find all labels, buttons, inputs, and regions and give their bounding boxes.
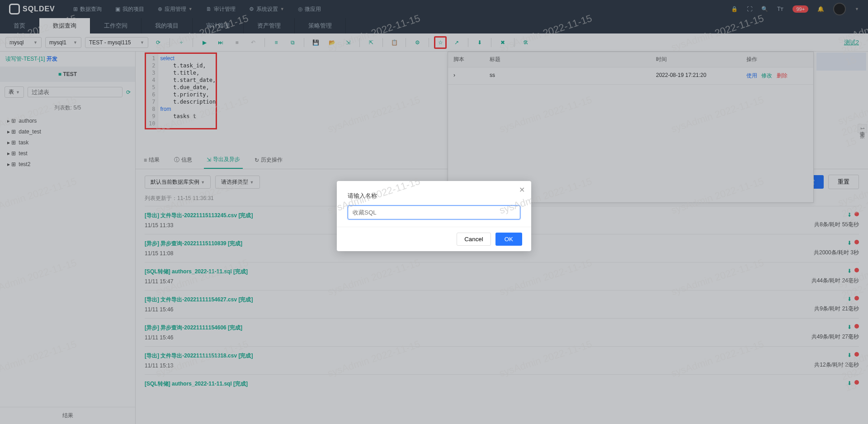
- save-favorite-modal: ✕ 请输入名称 Cancel OK: [337, 181, 531, 251]
- modal-label: 请输入名称: [348, 192, 520, 200]
- close-icon[interactable]: ✕: [519, 186, 525, 194]
- ok-button[interactable]: OK: [495, 233, 522, 246]
- favorite-name-input[interactable]: [348, 205, 520, 219]
- cancel-button[interactable]: Cancel: [457, 233, 491, 246]
